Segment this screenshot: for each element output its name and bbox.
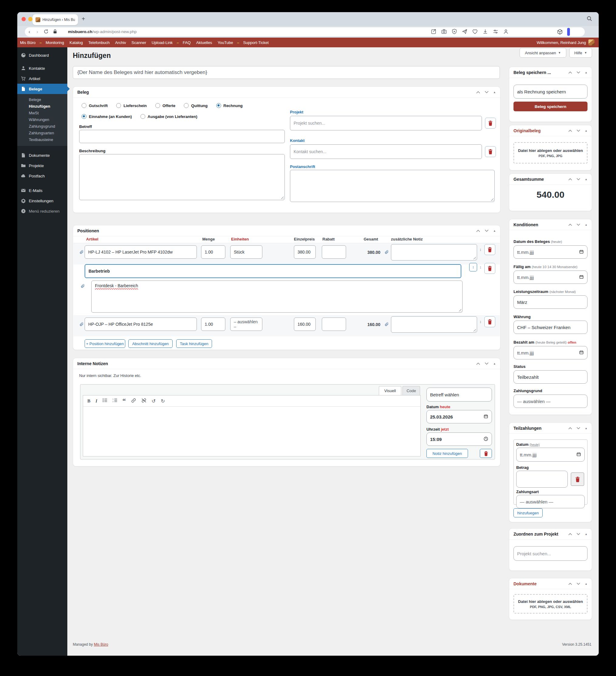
panel-move-down-icon[interactable] [576, 582, 580, 585]
paperclip-icon[interactable] [384, 322, 389, 328]
admin-bar-telefonbuch[interactable]: Telefonbuch [86, 40, 112, 45]
row-delete-button[interactable] [484, 244, 495, 255]
teilzahlung-datum-input[interactable]: tt.mm.jjjj [516, 448, 585, 462]
abschnitt-sort-button[interactable]: ↕ [469, 263, 477, 271]
admin-bar-youtube[interactable]: YouTube [215, 40, 236, 45]
leistungszeitraum-select[interactable]: März [513, 295, 587, 309]
admin-bar-welcome[interactable]: Willkommen, Reinhard Jung [537, 40, 586, 45]
sidebar-item-dokumente[interactable]: Dokumente [17, 150, 67, 160]
menge-input[interactable]: 1.00 [201, 318, 225, 331]
panel-toggle-icon[interactable]: ▲ [585, 129, 587, 132]
einheiten-select[interactable]: – auswählen – [230, 318, 262, 331]
admin-bar-katalog[interactable]: Katalog [67, 40, 86, 45]
panel-toggle-icon[interactable]: ▲ [585, 532, 587, 536]
profile-icon[interactable] [503, 29, 509, 35]
radio-lieferschein[interactable]: Lieferschein [116, 103, 147, 108]
help-button[interactable]: Hilfe▼ [569, 48, 592, 58]
new-tab-button[interactable]: + [81, 15, 85, 22]
rabatt-input[interactable] [322, 318, 346, 331]
blockquote-icon[interactable]: “ [122, 399, 126, 402]
panel-move-up-icon[interactable] [568, 71, 572, 74]
betreff-waehlen-select[interactable]: Betreff wählen [427, 388, 492, 401]
save-as-select[interactable]: als Rechnung speichern [513, 84, 587, 99]
bezahlt-input[interactable]: tt.mm.jjjj [513, 346, 587, 359]
submenu-item-zahlungsgrund[interactable]: Zahlungsgrund [17, 123, 67, 129]
share-edit-icon[interactable] [431, 29, 437, 35]
heute-link[interactable]: (heute) [529, 443, 540, 446]
calendar-icon[interactable] [579, 350, 584, 356]
paperclip-icon[interactable] [384, 249, 389, 256]
dokumente-dropzone[interactable]: Datei hier ablegen oder auswählen PDF, P… [513, 594, 587, 614]
notiz-uhrzeit-input[interactable]: 15:09 [427, 433, 492, 446]
download-icon[interactable] [482, 29, 488, 35]
submenu-item-belege[interactable]: Belege [17, 96, 67, 103]
submenu-item-hinzufuegen[interactable]: Hinzufügen [17, 103, 67, 110]
bullet-list-icon[interactable] [103, 398, 107, 404]
datum-beleg-input[interactable]: tt.mm.jjjj [513, 245, 587, 259]
panel-move-down-icon[interactable] [485, 230, 489, 232]
offen-flag[interactable]: offen [568, 341, 576, 344]
betrag-input[interactable] [516, 471, 568, 488]
panel-move-up-icon[interactable] [568, 178, 572, 180]
sort-handle-icon[interactable]: ↕ [480, 247, 482, 252]
admin-bar-aktuelles[interactable]: Aktuelles [193, 40, 215, 45]
projekt-delete-button[interactable] [485, 118, 496, 128]
paperclip-icon[interactable] [79, 322, 84, 328]
window-close-button[interactable] [21, 17, 26, 21]
notiz-textarea[interactable] [391, 244, 477, 261]
send-icon[interactable] [462, 29, 468, 35]
camera-icon[interactable] [441, 29, 447, 35]
artikel-input[interactable]: HP-OJP – HP OfficeJet Pro 8125e [85, 318, 197, 331]
jetzt-link[interactable]: jetzt [441, 427, 449, 432]
label-hint[interactable]: (heute) [551, 240, 562, 243]
submenu-item-mwst[interactable]: MwSt [17, 110, 67, 116]
einheiten-select[interactable]: Stück [230, 245, 262, 259]
panel-toggle-icon[interactable]: ▲ [493, 91, 496, 94]
notiz-hinzufuegen-button[interactable]: Notiz hinzufügen [427, 449, 468, 458]
panel-move-up-icon[interactable] [476, 362, 480, 365]
kontakt-delete-button[interactable] [485, 146, 496, 157]
admin-bar-scanner[interactable]: Scanner [129, 40, 149, 45]
sidebar-item-postfach[interactable]: Postfach [17, 171, 67, 181]
panel-move-down-icon[interactable] [576, 533, 580, 535]
panel-move-down-icon[interactable] [485, 362, 489, 365]
sidebar-item-einstellungen[interactable]: Einstellungen [17, 195, 67, 206]
einzelpreis-input[interactable]: 380.00 [294, 245, 316, 259]
settings-sliders-icon[interactable] [493, 29, 499, 35]
panel-move-up-icon[interactable] [476, 230, 480, 232]
projekt-suchen-input[interactable]: Projekt suchen... [290, 116, 482, 130]
notiz-datum-input[interactable]: 25.03.2026 [427, 410, 492, 424]
undo-icon[interactable]: ↺ [152, 398, 156, 404]
radio-gutschrift[interactable]: Gutschrift [81, 103, 108, 108]
link-icon[interactable] [131, 398, 136, 404]
calendar-icon[interactable] [579, 249, 584, 255]
notiz-editor[interactable]: B I 12 “ ↺ ↻ [83, 395, 421, 456]
bold-icon[interactable]: B [87, 398, 91, 404]
tab-code[interactable]: Code [402, 386, 420, 395]
row-delete-button[interactable] [484, 316, 495, 327]
address-bar[interactable]: ‹ › misbuero.ch/wp-admin/post-new.php [25, 27, 585, 37]
shield-icon[interactable] [451, 29, 457, 35]
calendar-icon[interactable] [576, 452, 581, 458]
panel-toggle-icon[interactable]: ▲ [585, 178, 587, 181]
panel-toggle-icon[interactable]: ▲ [585, 71, 587, 74]
label-hint[interactable]: (nächster Monat) [549, 290, 576, 293]
status-select[interactable]: Teilbezahlt [513, 370, 587, 384]
profile-color-bar[interactable] [567, 28, 570, 36]
back-icon[interactable]: ‹ [29, 29, 30, 35]
calendar-icon[interactable] [579, 275, 584, 280]
menge-input[interactable]: 1.00 [201, 245, 225, 259]
sidebar-item-dashboard[interactable]: Dashboard [17, 50, 67, 60]
admin-bar-monitoring[interactable]: Monitoring [43, 40, 67, 45]
panel-move-down-icon[interactable] [576, 178, 580, 180]
panel-move-up-icon[interactable] [476, 91, 480, 94]
beleg-name-input[interactable]: {Der Name des Beleges wird hier automati… [73, 66, 500, 79]
redo-icon[interactable]: ↻ [161, 398, 165, 404]
panel-toggle-icon[interactable]: ▲ [493, 362, 496, 365]
abschnitt-title-input[interactable]: Barbetrieb [85, 264, 461, 278]
footer-brand-link[interactable]: Mis Büro [94, 642, 108, 646]
sidebar-item-emails[interactable]: E-Mails [17, 185, 67, 195]
admin-bar-upload-link[interactable]: Upload-Link [149, 40, 175, 45]
einzelpreis-input[interactable]: 160.00 [294, 318, 316, 331]
window-minimize-button[interactable] [28, 17, 33, 21]
